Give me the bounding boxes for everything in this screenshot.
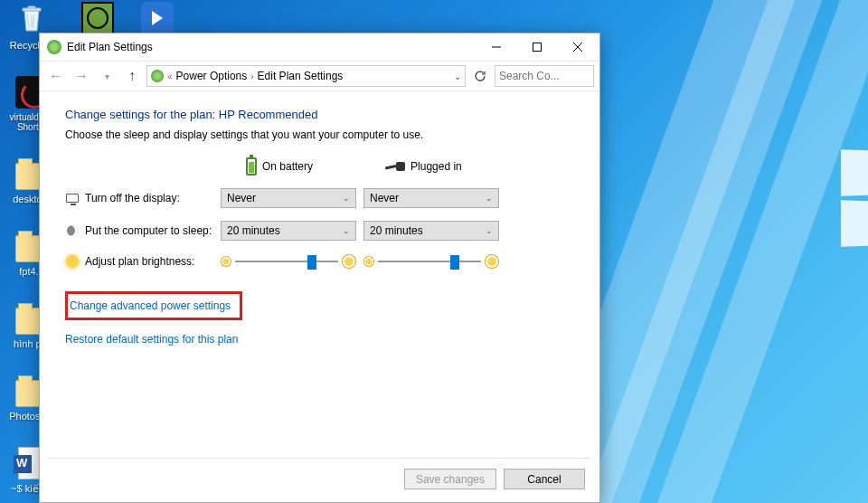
page-subheading: Choose the sleep and display settings th… bbox=[65, 128, 585, 141]
save-button: Save changes bbox=[404, 469, 496, 489]
monitor-icon bbox=[65, 191, 80, 205]
brightness-battery-cell bbox=[221, 253, 356, 270]
titlebar[interactable]: Edit Plan Settings bbox=[40, 33, 599, 61]
plug-icon bbox=[385, 162, 405, 171]
dropdown-value: Never bbox=[370, 192, 399, 204]
app-icon bbox=[81, 2, 114, 34]
divider bbox=[49, 458, 590, 459]
chevron-down-icon: ⌄ bbox=[343, 194, 350, 203]
on-battery-header: On battery bbox=[246, 157, 313, 176]
refresh-button[interactable] bbox=[469, 65, 491, 87]
content-area: Change settings for the plan: HP Recomme… bbox=[40, 91, 599, 356]
display-battery-dropdown[interactable]: Never⌄ bbox=[221, 188, 356, 208]
change-advanced-link[interactable]: Change advanced power settings bbox=[70, 299, 231, 312]
breadcrumb-item[interactable]: Power Options bbox=[176, 70, 248, 82]
edit-plan-settings-window: Edit Plan Settings ← → ▾ ↑ « Power Optio… bbox=[39, 33, 600, 503]
dropdown-value: Never bbox=[227, 192, 256, 204]
svg-rect-0 bbox=[533, 43, 541, 52]
button-bar: Save changes Cancel bbox=[404, 469, 585, 489]
maximize-button[interactable] bbox=[516, 34, 557, 61]
breadcrumb-lead: « bbox=[167, 71, 173, 81]
sun-large-icon bbox=[342, 254, 356, 269]
chevron-down-icon: ⌄ bbox=[343, 226, 350, 235]
chevron-right-icon: › bbox=[250, 71, 253, 81]
row-brightness: Adjust plan brightness: bbox=[65, 253, 585, 270]
cancel-button[interactable]: Cancel bbox=[504, 469, 585, 489]
address-dropdown[interactable]: ⌄ bbox=[454, 71, 461, 81]
sun-small-icon bbox=[221, 256, 231, 267]
column-headers: On battery Plugged in bbox=[246, 157, 585, 176]
up-button[interactable]: ↑ bbox=[121, 65, 143, 87]
window-title: Edit Plan Settings bbox=[67, 41, 153, 53]
row-label: Adjust plan brightness: bbox=[85, 255, 194, 268]
brightness-plugged-slider[interactable] bbox=[378, 253, 481, 270]
column-label: Plugged in bbox=[410, 160, 462, 173]
forward-button[interactable]: → bbox=[71, 65, 92, 87]
sleep-plugged-dropdown[interactable]: 20 minutes⌄ bbox=[363, 221, 499, 241]
chevron-down-icon: ⌄ bbox=[486, 194, 493, 203]
breadcrumb[interactable]: « Power Options › Edit Plan Settings ⌄ bbox=[146, 65, 466, 87]
breadcrumb-item[interactable]: Edit Plan Settings bbox=[258, 70, 344, 82]
minimize-button[interactable] bbox=[476, 34, 516, 61]
links-section: Change advanced power settings Restore d… bbox=[65, 291, 585, 346]
row-label: Put the computer to sleep: bbox=[85, 224, 212, 237]
power-options-icon bbox=[151, 70, 164, 82]
battery-icon bbox=[246, 157, 257, 176]
brightness-battery-slider[interactable] bbox=[235, 253, 338, 270]
restore-defaults-link[interactable]: Restore default settings for this plan bbox=[65, 333, 238, 346]
row-label: Turn off the display: bbox=[85, 192, 180, 204]
recent-button[interactable]: ▾ bbox=[96, 65, 118, 87]
dropdown-value: 20 minutes bbox=[227, 224, 280, 237]
column-label: On battery bbox=[262, 160, 313, 173]
close-button[interactable] bbox=[557, 34, 598, 61]
chevron-down-icon: ⌄ bbox=[486, 226, 493, 235]
plugged-in-header: Plugged in bbox=[385, 157, 462, 176]
sleep-battery-dropdown[interactable]: 20 minutes⌄ bbox=[221, 221, 356, 241]
row-turn-off-display: Turn off the display: Never⌄ Never⌄ bbox=[65, 188, 585, 208]
moon-icon bbox=[65, 223, 80, 238]
display-plugged-dropdown[interactable]: Never⌄ bbox=[363, 188, 499, 208]
brightness-plugged-cell bbox=[363, 253, 499, 270]
search-input[interactable] bbox=[495, 65, 594, 87]
back-button[interactable]: ← bbox=[45, 65, 67, 87]
sun-icon bbox=[65, 254, 80, 269]
power-options-icon bbox=[47, 40, 61, 54]
play-icon bbox=[141, 2, 174, 34]
page-heading: Change settings for the plan: HP Recomme… bbox=[65, 108, 585, 121]
highlight-box: Change advanced power settings bbox=[65, 291, 242, 320]
sun-large-icon bbox=[485, 254, 499, 269]
address-bar: ← → ▾ ↑ « Power Options › Edit Plan Sett… bbox=[40, 61, 599, 91]
sun-small-icon bbox=[363, 256, 374, 267]
row-sleep: Put the computer to sleep: 20 minutes⌄ 2… bbox=[65, 221, 585, 241]
dropdown-value: 20 minutes bbox=[370, 224, 423, 237]
